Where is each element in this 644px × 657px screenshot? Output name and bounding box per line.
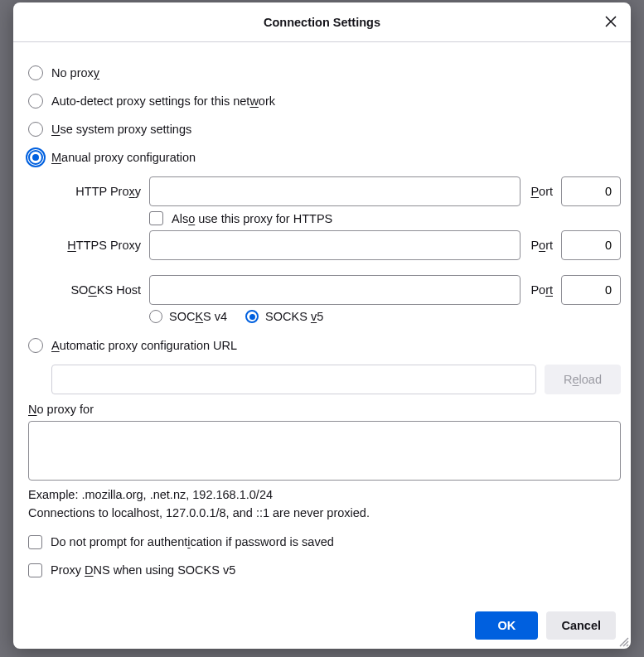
dialog-body: No proxy Auto-detect proxy settings for …	[13, 42, 631, 602]
radio-icon	[28, 65, 43, 80]
dialog-footer: OK Cancel	[13, 602, 631, 649]
also-https-label: Also use this proxy for HTTPS	[172, 212, 332, 225]
option-system-proxy[interactable]: Use system proxy settings	[28, 115, 621, 143]
localhost-note: Connections to localhost, 127.0.0.1/8, a…	[28, 506, 621, 519]
no-proxy-for-textarea[interactable]	[28, 421, 621, 481]
option-manual-proxy[interactable]: Manual proxy configuration	[28, 143, 621, 171]
checkbox-label: Proxy DNS when using SOCKS v5	[51, 563, 235, 577]
option-socks-v4[interactable]: SOCKS v4	[149, 310, 227, 323]
option-auto-detect[interactable]: Auto-detect proxy settings for this netw…	[28, 87, 621, 115]
no-proxy-example: Example: .mozilla.org, .net.nz, 192.168.…	[28, 488, 621, 501]
option-label: Manual proxy configuration	[51, 151, 196, 164]
checkbox-proxy-dns-socks5[interactable]: Proxy DNS when using SOCKS v5	[28, 556, 621, 584]
option-label: Auto-detect proxy settings for this netw…	[51, 94, 275, 108]
socks-port-label: Port	[525, 283, 556, 297]
option-label: SOCKS v4	[169, 310, 227, 323]
cancel-button[interactable]: Cancel	[546, 611, 616, 640]
checkbox-label: Do not prompt for authentication if pass…	[51, 535, 334, 548]
close-icon	[605, 16, 617, 30]
dialog-title: Connection Settings	[264, 16, 380, 29]
radio-icon	[28, 122, 43, 137]
ok-button[interactable]: OK	[475, 611, 538, 640]
option-socks-v5[interactable]: SOCKS v5	[245, 310, 323, 323]
https-port-label: Port	[525, 239, 556, 252]
option-automatic-pac[interactable]: Automatic proxy configuration URL	[28, 331, 621, 360]
radio-icon	[245, 310, 259, 323]
no-proxy-for-label: No proxy for	[28, 403, 621, 416]
checkbox-icon[interactable]	[149, 211, 163, 225]
http-port-label: Port	[525, 185, 556, 198]
option-label: Automatic proxy configuration URL	[51, 339, 237, 352]
http-proxy-input[interactable]	[149, 176, 521, 206]
checkbox-icon	[28, 563, 42, 577]
resize-grip-icon[interactable]	[617, 635, 629, 647]
reload-button[interactable]: Reload	[545, 365, 621, 394]
radio-icon	[28, 150, 43, 165]
connection-settings-dialog: Connection Settings No proxy Auto-detect…	[13, 2, 631, 649]
close-button[interactable]	[598, 9, 624, 36]
option-label: Use system proxy settings	[51, 123, 191, 136]
http-proxy-label: HTTP Proxy	[51, 185, 144, 198]
socks-port-input[interactable]	[561, 275, 621, 305]
option-no-proxy[interactable]: No proxy	[28, 59, 621, 87]
https-port-input[interactable]	[561, 230, 621, 260]
https-proxy-label: HTTPS Proxy	[51, 239, 144, 252]
dialog-titlebar: Connection Settings	[13, 2, 631, 42]
checkbox-no-auth-prompt[interactable]: Do not prompt for authentication if pass…	[28, 528, 621, 556]
manual-proxy-section: HTTP Proxy Port Also use this proxy for …	[28, 176, 621, 323]
socks-host-label: SOCKS Host	[51, 283, 144, 297]
socks-host-input[interactable]	[149, 275, 521, 305]
option-label: No proxy	[51, 66, 99, 80]
https-proxy-input[interactable]	[149, 230, 521, 260]
http-port-input[interactable]	[561, 176, 621, 206]
option-label: SOCKS v5	[265, 310, 323, 323]
pac-url-input[interactable]	[51, 365, 536, 394]
radio-icon	[28, 94, 43, 109]
radio-icon	[28, 338, 43, 353]
checkbox-icon	[28, 535, 42, 549]
radio-icon	[149, 310, 162, 323]
